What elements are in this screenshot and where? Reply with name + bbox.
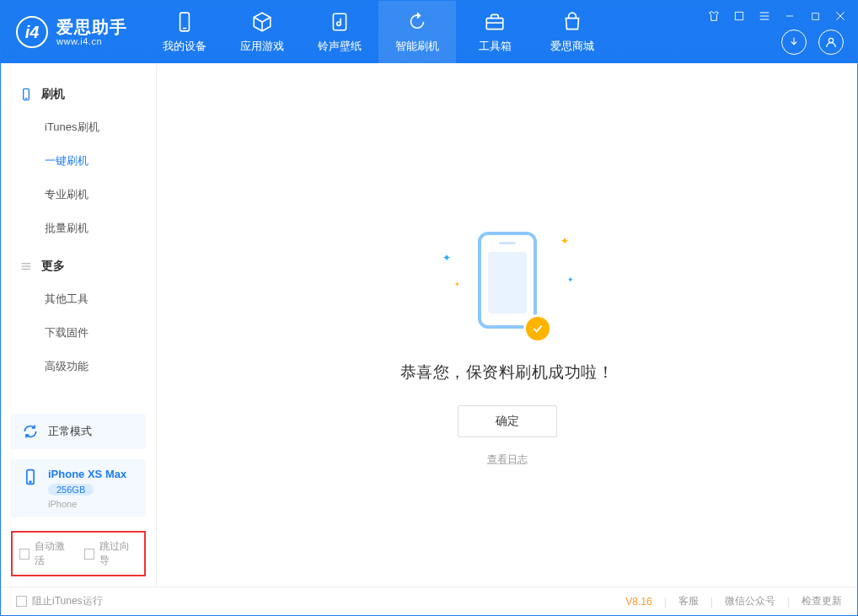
nav-label: 我的设备 [163, 39, 206, 54]
nav-smart-flash[interactable]: 智能刷机 [378, 1, 456, 63]
svg-point-21 [29, 481, 31, 483]
maximize-button[interactable] [807, 8, 823, 24]
sidebar-item-pro-flash[interactable]: 专业刷机 [1, 178, 156, 212]
checkbox-label: 跳过向导 [99, 539, 137, 568]
header-actions [781, 29, 844, 55]
phone-icon [478, 232, 537, 329]
shirt-icon[interactable] [705, 8, 722, 24]
nav-ring-wallpaper[interactable]: 铃声壁纸 [301, 1, 378, 63]
sidebar-item-oneclick-flash[interactable]: 一键刷机 [1, 144, 156, 178]
logo[interactable]: i4 爱思助手 www.i4.cn [1, 16, 146, 48]
logo-icon: i4 [16, 16, 48, 48]
titlebar: i4 爱思助手 www.i4.cn 我的设备 应用游戏 [1, 1, 857, 63]
account-button[interactable] [818, 29, 844, 55]
group-title-label: 更多 [41, 259, 65, 274]
sync-icon [21, 422, 40, 441]
window-controls [705, 8, 849, 24]
success-illustration: ✦ ✦ ✦ ✦ [469, 232, 545, 341]
sparkle-icon: ✦ [442, 252, 451, 264]
nav-label: 爱思商城 [550, 39, 594, 54]
success-message: 恭喜您，保资料刷机成功啦！ [400, 362, 614, 383]
close-button[interactable] [832, 8, 849, 24]
device-icon [173, 10, 196, 34]
footer-right: V8.16 | 客服 | 微信公众号 | 检查更新 [625, 594, 842, 608]
device-type: iPhone [48, 499, 77, 509]
sparkle-icon: ✦ [454, 281, 460, 288]
footer-link-update[interactable]: 检查更新 [802, 594, 842, 608]
checkbox-label: 阻止iTunes运行 [32, 594, 103, 608]
device-card[interactable]: iPhone XS Max 256GB iPhone [11, 459, 146, 517]
refresh-icon [405, 10, 429, 34]
main-panel: ✦ ✦ ✦ ✦ 恭喜您，保资料刷机成功啦！ 确定 查看日志 [157, 63, 857, 587]
checkbox-icon [16, 596, 27, 607]
main-nav: 我的设备 应用游戏 铃声壁纸 智能刷机 [146, 1, 611, 63]
svg-rect-4 [486, 19, 503, 29]
svg-point-14 [829, 38, 833, 42]
svg-rect-11 [812, 13, 818, 19]
checkbox-icon [19, 549, 29, 560]
group-title-label: 刷机 [41, 87, 65, 102]
footer: 阻止iTunes运行 V8.16 | 客服 | 微信公众号 | 检查更新 [1, 587, 857, 615]
version-label: V8.16 [625, 596, 652, 608]
sparkle-icon: ✦ [567, 276, 574, 284]
sidebar: 刷机 iTunes刷机 一键刷机 专业刷机 批量刷机 更多 其他工具 下载固件 … [1, 63, 157, 587]
options-highlight-box: 自动激活 跳过向导 [11, 531, 146, 576]
body: 刷机 iTunes刷机 一键刷机 专业刷机 批量刷机 更多 其他工具 下载固件 … [1, 63, 857, 587]
svg-point-3 [337, 22, 341, 25]
bag-icon [560, 10, 584, 34]
list-icon [19, 260, 33, 273]
cube-icon [250, 10, 274, 34]
checkbox-label: 自动激活 [35, 539, 72, 568]
device-storage: 256GB [48, 484, 94, 495]
footer-link-support[interactable]: 客服 [678, 594, 699, 608]
sidebar-item-download-firmware[interactable]: 下载固件 [1, 316, 156, 350]
ok-button[interactable]: 确定 [458, 405, 557, 437]
skip-guide-checkbox[interactable]: 跳过向导 [84, 539, 137, 568]
sidebar-item-itunes-flash[interactable]: iTunes刷机 [1, 110, 156, 144]
download-button[interactable] [781, 29, 807, 55]
view-log-link[interactable]: 查看日志 [487, 453, 528, 467]
sidebar-item-other-tools[interactable]: 其他工具 [1, 282, 156, 316]
nav-label: 铃声壁纸 [318, 39, 362, 54]
sidebar-item-batch-flash[interactable]: 批量刷机 [1, 212, 156, 245]
nav-apps-games[interactable]: 应用游戏 [223, 1, 301, 63]
mode-card[interactable]: 正常模式 [11, 414, 146, 449]
svg-rect-6 [735, 12, 743, 19]
app-window: i4 爱思助手 www.i4.cn 我的设备 应用游戏 [0, 0, 858, 616]
auto-activate-checkbox[interactable]: 自动激活 [19, 539, 72, 568]
nav-toolbox[interactable]: 工具箱 [456, 1, 534, 63]
minimize-button[interactable] [781, 8, 798, 24]
mode-label: 正常模式 [48, 424, 92, 439]
nav-my-device[interactable]: 我的设备 [146, 1, 223, 63]
footer-link-wechat[interactable]: 微信公众号 [725, 594, 775, 608]
checkbox-icon [84, 549, 94, 560]
app-name-cn: 爱思助手 [56, 18, 127, 36]
nav-label: 应用游戏 [240, 39, 284, 54]
nav-store[interactable]: 爱思商城 [534, 1, 611, 63]
app-name-en: www.i4.cn [56, 36, 127, 46]
device-icon [21, 468, 40, 486]
check-badge-icon [523, 314, 552, 343]
music-icon [328, 10, 351, 34]
skin-icon[interactable] [731, 8, 748, 24]
sidebar-group-flash: 刷机 [1, 78, 156, 110]
nav-label: 智能刷机 [395, 39, 439, 54]
sparkle-icon: ✦ [560, 235, 569, 247]
sidebar-group-more: 更多 [1, 250, 156, 282]
device-name: iPhone XS Max [48, 468, 126, 480]
nav-label: 工具箱 [479, 39, 512, 54]
toolbox-icon [483, 10, 507, 34]
block-itunes-checkbox[interactable]: 阻止iTunes运行 [16, 594, 103, 608]
footer-left: 阻止iTunes运行 [16, 594, 103, 608]
phone-icon [19, 88, 33, 101]
menu-icon[interactable] [756, 8, 773, 24]
sidebar-item-advanced[interactable]: 高级功能 [1, 350, 156, 383]
